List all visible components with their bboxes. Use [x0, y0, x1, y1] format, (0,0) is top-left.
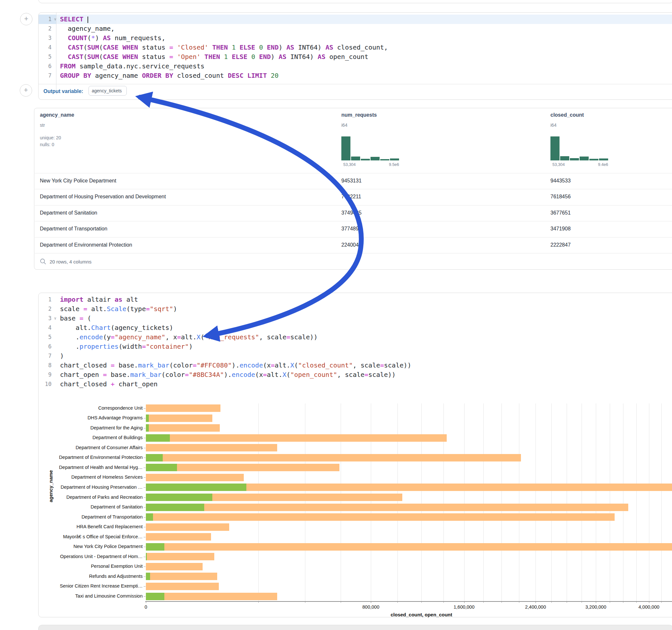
results-table: agency_namestrunique: 20nulls: 0num_requ…	[34, 108, 672, 270]
column-type: i64	[550, 122, 557, 128]
y-axis-label: Department for the Aging	[49, 425, 143, 430]
sql-code-line[interactable]: 7GROUP BY agency_name ORDER BY closed_co…	[39, 71, 672, 80]
column-header[interactable]: closed_count	[550, 112, 584, 118]
sql-code-line[interactable]: 5 CAST(SUM(CASE WHEN status = 'Open' THE…	[39, 52, 672, 62]
token-t: )	[60, 352, 64, 360]
line-number: 1	[39, 295, 56, 304]
column-type: str	[40, 122, 45, 128]
column-stat: nulls: 0	[40, 142, 54, 147]
python-code-line[interactable]: 4 alt.Chart(agency_tickets)	[39, 323, 672, 333]
gridline	[502, 404, 502, 601]
gridline	[581, 404, 582, 601]
y-axis-label: Mayorâ€ s Office of Special Enforce…	[49, 534, 143, 539]
gridline	[610, 404, 610, 601]
sql-code-line[interactable]: 3 COUNT(*) AS num_requests,	[39, 33, 672, 43]
chart-bar-open	[146, 504, 204, 511]
sql-code-line[interactable]: 4 CAST(SUM(CASE WHEN status = 'Closed' T…	[39, 43, 672, 52]
token-n: 1	[232, 43, 236, 51]
token-t	[220, 53, 224, 60]
token-t: (x	[255, 371, 263, 379]
token-kw: SUM	[87, 43, 99, 51]
token-t	[236, 43, 240, 51]
search-icon[interactable]	[40, 258, 46, 265]
python-code-line[interactable]: 2scale = alt.Scale(type="sqrt")	[39, 304, 672, 314]
python-editor[interactable]: 1import altair as alt2scale = alt.Scale(…	[39, 293, 672, 389]
token-t	[228, 53, 232, 60]
token-t: )	[95, 34, 103, 42]
x-axis-tick-major	[371, 601, 371, 603]
token-t: , x	[165, 333, 177, 341]
python-code-line[interactable]: 6 .properties(width="container")	[39, 342, 672, 351]
table-cell: 9453131	[341, 178, 361, 184]
token-op: =	[263, 371, 267, 379]
gutter-divider	[56, 13, 56, 94]
python-code-line[interactable]: 10chart_closed + chart_open	[39, 380, 672, 389]
token-t: , scale	[259, 333, 286, 341]
token-t: num_requests,	[111, 34, 166, 42]
column-header[interactable]: num_requests	[341, 112, 377, 118]
token-kw: CAST	[68, 53, 83, 60]
token-t: INT64)	[287, 53, 318, 60]
gridline	[649, 404, 649, 601]
python-code-line[interactable]: 3∨base = (	[39, 314, 672, 323]
y-axis-tick	[144, 537, 146, 537]
x-axis-tick-label: 1,600,000	[445, 604, 484, 610]
python-code-line[interactable]: 7)	[39, 351, 672, 361]
notebook-page: + + 1∨SELECT 2 agency_name,3 COUNT(*) AS…	[0, 0, 672, 630]
token-kw: THEN	[205, 53, 220, 60]
token-t: closed_count,	[333, 43, 388, 51]
collapse-chevron-icon[interactable]: ∨	[54, 314, 56, 323]
python-code-line[interactable]: 5 .encode(y="agency_name", x=alt.X("num_…	[39, 333, 672, 342]
next-cell-strip[interactable]	[38, 625, 672, 630]
add-cell-button-output[interactable]: +	[20, 84, 32, 97]
token-t	[119, 53, 123, 60]
line-number: 5	[39, 333, 56, 342]
python-code-line[interactable]: 9chart_open = base.mark_bar(color="#8BC3…	[39, 370, 672, 380]
sql-code-line[interactable]: 2 agency_name,	[39, 24, 672, 33]
token-op: =	[193, 361, 196, 369]
output-variable-badge[interactable]: agency_tickets	[89, 86, 127, 96]
chart-bar-open	[146, 573, 150, 580]
line-number: 3∨	[39, 314, 56, 323]
token-t: closed_count	[173, 72, 228, 79]
token-t: agency_name	[91, 72, 142, 79]
histogram-bar	[580, 156, 589, 161]
sql-cell[interactable]: 1∨SELECT 2 agency_name,3 COUNT(*) AS num…	[38, 12, 672, 100]
token-t: agency_name,	[60, 25, 115, 32]
gridline	[551, 404, 552, 601]
add-cell-button-top[interactable]: +	[20, 13, 32, 25]
token-fn: encode	[240, 361, 263, 369]
token-kw: AS	[318, 53, 326, 60]
column-header[interactable]: agency_name	[40, 112, 74, 118]
table-cell: 3774892	[341, 226, 361, 232]
x-axis-tick-major	[535, 601, 536, 603]
y-axis-label: Department of Transportation	[49, 514, 143, 519]
token-t: (	[87, 34, 91, 42]
y-axis-label: Department of Health and Mental Hyg…	[49, 465, 143, 470]
chart-bar-open	[146, 414, 149, 422]
python-code-line[interactable]: 8chart_closed = base.mark_bar(color="#FF…	[39, 361, 672, 370]
token-op: =	[286, 333, 290, 341]
token-t	[267, 72, 271, 79]
plus-icon: +	[24, 15, 28, 23]
token-t: alt	[123, 295, 138, 303]
token-t: scale))	[368, 371, 395, 379]
sql-editor[interactable]: 1∨SELECT 2 agency_name,3 COUNT(*) AS num…	[39, 13, 672, 80]
token-t: (	[99, 43, 103, 51]
gridline	[422, 404, 422, 601]
line-number: 2	[39, 304, 56, 314]
line-number: 10	[39, 380, 56, 389]
token-op: =	[146, 305, 150, 313]
token-t: alt.	[87, 305, 107, 313]
token-kw: import	[60, 295, 83, 303]
table-cell: Department of Housing Preservation and D…	[40, 194, 166, 200]
sql-code-line[interactable]: 1∨SELECT	[39, 15, 672, 24]
python-code-line[interactable]: 1import altair as alt	[39, 295, 672, 304]
token-t: )	[173, 305, 177, 313]
histogram-max-label: 9.4e6	[550, 162, 608, 167]
chart-bar-open	[146, 454, 163, 461]
chart-bar-closed	[146, 504, 628, 511]
token-kw: CASE	[103, 53, 118, 60]
sql-code-line[interactable]: 6FROM sample_data.nyc.service_requests	[39, 62, 672, 71]
token-kw: END	[267, 43, 279, 51]
